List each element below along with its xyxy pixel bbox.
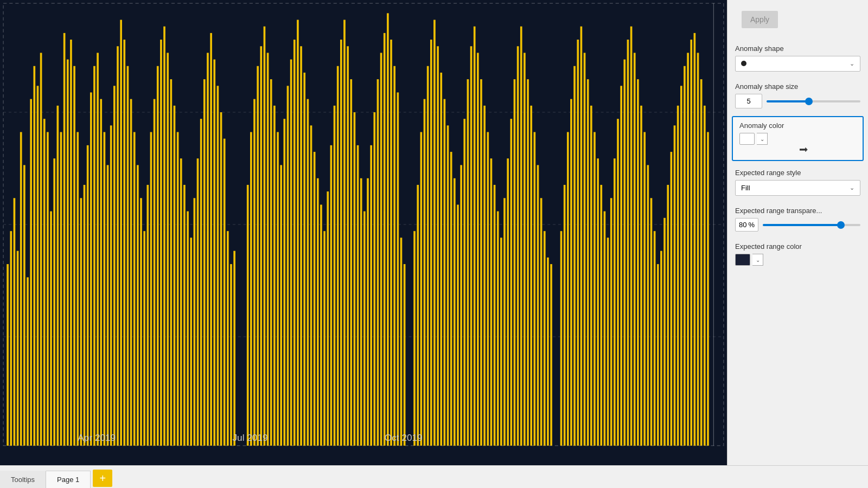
apply-section: Apply bbox=[727, 0, 868, 39]
svg-rect-96 bbox=[317, 178, 319, 446]
svg-rect-43 bbox=[130, 99, 132, 446]
svg-rect-205 bbox=[694, 33, 696, 446]
svg-rect-130 bbox=[437, 46, 439, 446]
anomaly-color-dropdown-button[interactable]: ⌄ bbox=[757, 133, 768, 145]
svg-rect-114 bbox=[377, 79, 379, 446]
svg-rect-29 bbox=[84, 185, 86, 446]
svg-rect-143 bbox=[480, 79, 482, 446]
tab-tooltips-label: Tooltips bbox=[11, 476, 35, 484]
svg-rect-146 bbox=[490, 158, 493, 446]
svg-rect-98 bbox=[323, 231, 326, 446]
expected-range-style-dropdown[interactable]: Fill ⌄ bbox=[735, 180, 860, 196]
svg-rect-27 bbox=[76, 132, 79, 446]
svg-rect-149 bbox=[500, 237, 502, 446]
svg-rect-142 bbox=[477, 53, 479, 446]
svg-rect-38 bbox=[113, 86, 116, 446]
svg-rect-56 bbox=[174, 106, 176, 446]
svg-rect-104 bbox=[343, 20, 346, 446]
svg-rect-170 bbox=[577, 40, 579, 446]
svg-rect-88 bbox=[290, 60, 292, 446]
svg-rect-186 bbox=[630, 27, 633, 446]
svg-rect-127 bbox=[427, 66, 429, 446]
svg-rect-188 bbox=[637, 79, 639, 446]
svg-rect-50 bbox=[154, 99, 156, 446]
svg-rect-45 bbox=[137, 165, 139, 446]
expected-range-style-arrow-icon: ⌄ bbox=[850, 184, 854, 191]
svg-rect-128 bbox=[430, 40, 432, 446]
anomaly-shape-size-slider[interactable] bbox=[767, 100, 860, 102]
svg-rect-22 bbox=[60, 132, 62, 446]
tab-add-button[interactable]: + bbox=[93, 470, 112, 487]
svg-rect-59 bbox=[183, 185, 186, 446]
expected-range-style-label: Expected range style bbox=[735, 169, 860, 177]
svg-rect-10 bbox=[20, 132, 22, 446]
svg-rect-105 bbox=[347, 46, 349, 446]
svg-rect-30 bbox=[87, 145, 89, 446]
svg-rect-192 bbox=[650, 198, 653, 446]
svg-rect-91 bbox=[300, 46, 302, 446]
anomaly-color-picker-row: ⌄ bbox=[739, 133, 856, 145]
svg-rect-182 bbox=[617, 119, 619, 446]
svg-rect-64 bbox=[200, 119, 202, 446]
svg-rect-207 bbox=[700, 79, 703, 446]
svg-rect-159 bbox=[533, 132, 535, 446]
svg-rect-49 bbox=[150, 132, 152, 446]
expected-range-color-swatch[interactable] bbox=[735, 254, 750, 266]
svg-rect-144 bbox=[483, 106, 486, 446]
svg-rect-61 bbox=[190, 237, 192, 446]
svg-rect-32 bbox=[93, 66, 95, 446]
svg-rect-66 bbox=[207, 53, 209, 446]
svg-rect-16 bbox=[40, 53, 42, 446]
svg-rect-106 bbox=[350, 79, 352, 446]
svg-rect-28 bbox=[80, 198, 82, 446]
svg-rect-68 bbox=[213, 60, 215, 446]
anomaly-shape-dropdown[interactable]: ⌄ bbox=[735, 56, 860, 72]
svg-text:Apr 2019: Apr 2019 bbox=[78, 433, 116, 443]
expected-range-color-dropdown-button[interactable]: ⌄ bbox=[752, 254, 763, 266]
svg-rect-51 bbox=[157, 66, 159, 446]
svg-rect-168 bbox=[570, 99, 572, 446]
svg-rect-14 bbox=[33, 66, 35, 446]
svg-rect-113 bbox=[373, 112, 375, 446]
svg-rect-132 bbox=[444, 99, 446, 446]
anomaly-shape-label: Anomaly shape bbox=[735, 44, 860, 53]
svg-rect-54 bbox=[167, 53, 169, 446]
sidebar: Apply Anomaly shape ⌄ Anomaly shape size… bbox=[727, 0, 868, 465]
svg-rect-23 bbox=[63, 33, 66, 446]
svg-rect-55 bbox=[170, 79, 172, 446]
expected-range-transparency-slider[interactable] bbox=[763, 224, 860, 226]
svg-rect-184 bbox=[623, 60, 626, 446]
tab-tooltips[interactable]: Tooltips bbox=[0, 471, 46, 488]
expected-range-transparency-input-wrap: 80 % bbox=[735, 218, 758, 232]
anomaly-color-swatch[interactable] bbox=[739, 133, 755, 145]
svg-rect-119 bbox=[393, 66, 395, 446]
svg-rect-80 bbox=[264, 27, 266, 446]
svg-rect-76 bbox=[250, 132, 252, 446]
svg-rect-69 bbox=[217, 86, 219, 446]
apply-button[interactable]: Apply bbox=[742, 11, 778, 28]
svg-rect-44 bbox=[133, 132, 136, 446]
svg-rect-94 bbox=[310, 125, 312, 446]
svg-rect-46 bbox=[140, 198, 142, 446]
anomaly-color-label: Anomaly color bbox=[739, 121, 856, 130]
dropdown-arrow-icon: ⌄ bbox=[850, 60, 854, 67]
expected-range-style-value: Fill bbox=[741, 184, 750, 192]
svg-rect-162 bbox=[544, 231, 546, 446]
chart-svg: Apr 2019 Jul 2019 Oct 2019 bbox=[0, 0, 727, 449]
svg-rect-74 bbox=[233, 251, 235, 446]
anomaly-shape-size-input[interactable]: 5 bbox=[735, 94, 762, 108]
svg-rect-190 bbox=[643, 132, 646, 446]
svg-rect-148 bbox=[497, 211, 499, 446]
svg-rect-152 bbox=[510, 119, 512, 446]
svg-rect-72 bbox=[227, 231, 229, 446]
tab-page1[interactable]: Page 1 bbox=[46, 471, 91, 488]
svg-rect-20 bbox=[53, 158, 55, 446]
bottom-tabs: Tooltips Page 1 + bbox=[0, 465, 868, 488]
anomaly-shape-size-section: Anomaly shape size 5 bbox=[727, 77, 868, 114]
svg-rect-47 bbox=[143, 231, 145, 446]
svg-rect-8 bbox=[14, 198, 16, 446]
svg-rect-13 bbox=[30, 99, 32, 446]
svg-rect-118 bbox=[390, 40, 392, 446]
svg-rect-112 bbox=[370, 145, 372, 446]
chart-canvas: Apr 2019 Jul 2019 Oct 2019 bbox=[0, 0, 727, 449]
